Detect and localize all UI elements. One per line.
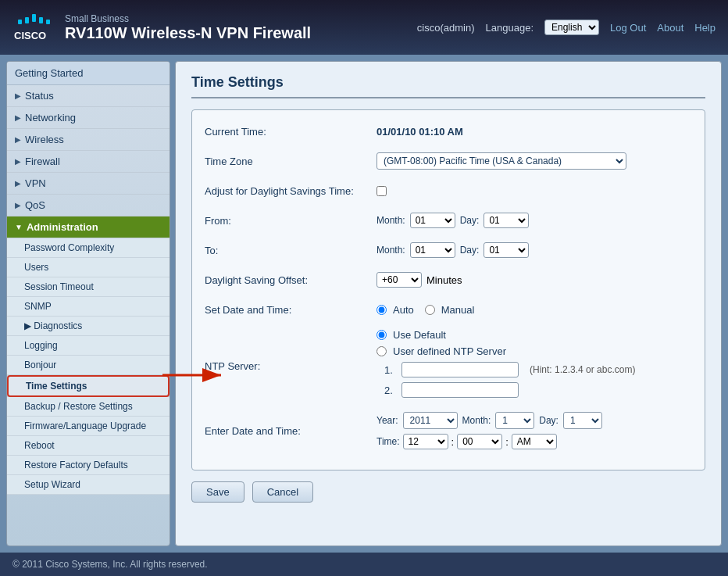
sidebar: Getting Started ▶ Status ▶ Networking ▶ …	[6, 61, 170, 546]
ntp-row: NTP Server: Use Default	[205, 329, 692, 402]
svg-rect-5	[46, 20, 50, 24]
dst-checkbox[interactable]	[376, 186, 387, 196]
dst-offset-select[interactable]: +60+30	[376, 272, 422, 288]
sidebar-subitem-setup-wizard[interactable]: Setup Wizard	[7, 475, 170, 495]
sidebar-label: Administration	[27, 221, 98, 233]
header-right: cisco(admin) Language: English Log Out A…	[417, 20, 716, 35]
page-title: Time Settings	[191, 74, 705, 98]
ntp-options: Use Default User defined NTP Server	[376, 329, 635, 402]
current-time-value: 01/01/10 01:10 AM	[376, 126, 463, 138]
manual-radio[interactable]	[425, 305, 435, 315]
from-day-label: Day:	[460, 215, 480, 226]
month-label: Month:	[462, 415, 491, 426]
arrow-icon: ▶	[15, 157, 21, 166]
to-row: To: Month: 01020304 Day: 010203	[205, 240, 692, 260]
about-link[interactable]: About	[657, 22, 683, 34]
content-area: Time Settings Current Time: 01/01/10 01:…	[175, 61, 722, 546]
sidebar-subitem-diagnostics[interactable]: ▶ Diagnostics	[7, 317, 170, 336]
dst-offset-unit: Minutes	[426, 274, 462, 286]
arrow-icon: ▶	[15, 201, 21, 209]
to-month-select[interactable]: 01020304	[410, 242, 455, 258]
dst-label: Adjust for Daylight Savings Time:	[205, 185, 376, 197]
sidebar-item-wireless[interactable]: ▶ Wireless	[7, 129, 170, 151]
sidebar-item-networking[interactable]: ▶ Networking	[7, 107, 170, 129]
arrow-icon: ▶	[15, 135, 21, 144]
use-default-option[interactable]: Use Default	[376, 329, 635, 341]
sidebar-item-vpn[interactable]: ▶ VPN	[7, 173, 170, 195]
sidebar-item-firewall[interactable]: ▶ Firewall	[7, 151, 170, 173]
to-label: To:	[205, 245, 376, 256]
auto-radio[interactable]	[376, 305, 387, 315]
sidebar-item-administration[interactable]: ▼ Administration	[7, 216, 170, 238]
dst-offset-label: Daylight Saving Offset:	[205, 274, 376, 286]
ntp-hint: (Hint: 1.2.3.4 or abc.com)	[530, 364, 635, 375]
to-day-label: Day:	[460, 245, 480, 256]
svg-rect-3	[39, 17, 43, 23]
year-label: Year:	[376, 415, 398, 426]
sidebar-label: Wireless	[25, 134, 64, 145]
time-hour-select[interactable]: 1212	[403, 434, 448, 449]
header: CISCO Small Business RV110W Wireless-N V…	[0, 0, 728, 55]
day-label: Day:	[539, 415, 558, 426]
sidebar-subitem-password-complexity[interactable]: Password Complexity	[7, 238, 170, 258]
arrow-icon: ▶	[15, 179, 21, 188]
year-select[interactable]: 20112012	[403, 412, 458, 429]
save-button[interactable]: Save	[191, 481, 244, 503]
ntp-2-input[interactable]	[401, 382, 519, 398]
day-select[interactable]: 123	[563, 412, 602, 429]
svg-rect-4	[18, 20, 22, 24]
ntp-1-row: 1. (Hint: 1.2.3.4 or abc.com)	[384, 362, 635, 377]
sidebar-subitem-backup-restore[interactable]: Backup / Restore Settings	[7, 397, 170, 417]
sidebar-subitem-logging[interactable]: Logging	[7, 336, 170, 356]
button-row: Save Cancel	[191, 481, 705, 503]
auto-label: Auto	[393, 304, 414, 316]
main-wrapper: Getting Started ▶ Status ▶ Networking ▶ …	[0, 55, 728, 553]
timezone-select[interactable]: (GMT-08:00) Pacific Time (USA & Canada)	[376, 152, 626, 170]
enter-datetime-label: Enter Date and Time:	[205, 425, 376, 437]
to-day-select[interactable]: 010203	[484, 242, 529, 258]
sidebar-item-qos[interactable]: ▶ QoS	[7, 195, 170, 216]
help-link[interactable]: Help	[694, 22, 716, 34]
from-day-select[interactable]: 01020304 05060708 0910	[484, 213, 529, 228]
sidebar-label: Status	[25, 90, 54, 102]
time-label: Time:	[376, 436, 400, 447]
sidebar-subitem-session-timeout[interactable]: Session Timeout	[7, 277, 170, 297]
arrow-icon: ▶	[15, 113, 21, 122]
timezone-row: Time Zone (GMT-08:00) Pacific Time (USA …	[205, 151, 692, 171]
sidebar-subitem-time-settings[interactable]: Time Settings	[7, 375, 170, 397]
use-default-radio[interactable]	[376, 330, 387, 340]
month-select[interactable]: 1234 5678 9101112	[495, 412, 534, 429]
logout-link[interactable]: Log Out	[610, 22, 646, 34]
sidebar-subitem-firmware-upgrade[interactable]: Firmware/Language Upgrade	[7, 417, 170, 436]
brand-small: Small Business	[65, 13, 311, 24]
ntp-1-input[interactable]	[401, 362, 519, 377]
arrow-icon: ▶	[15, 91, 21, 100]
user-defined-option[interactable]: User defined NTP Server	[376, 345, 635, 357]
sidebar-subitem-snmp[interactable]: SNMP	[7, 297, 170, 317]
user-defined-radio[interactable]	[376, 346, 387, 356]
time-min-select[interactable]: 0030	[457, 434, 502, 449]
use-default-label: Use Default	[393, 329, 446, 341]
manual-radio-option[interactable]: Manual	[425, 304, 475, 316]
from-month-select[interactable]: 01020304 05060708 09101112	[410, 213, 455, 228]
language-select[interactable]: English	[544, 20, 599, 35]
time-ampm-select[interactable]: AMPM	[512, 434, 557, 449]
from-month-label: Month:	[376, 215, 405, 226]
set-datetime-label: Set Date and Time:	[205, 304, 376, 316]
user-defined-label: User defined NTP Server	[393, 345, 506, 357]
sidebar-subitem-bonjour[interactable]: Bonjour	[7, 356, 170, 375]
enter-datetime-row: Enter Date and Time: Year: 20112012 Mont…	[205, 412, 692, 449]
to-month-label: Month:	[376, 245, 405, 256]
sidebar-item-getting-started[interactable]: Getting Started	[7, 62, 170, 85]
sidebar-subitem-users[interactable]: Users	[7, 258, 170, 277]
svg-text:CISCO: CISCO	[14, 30, 46, 41]
cisco-logo: CISCO	[12, 13, 55, 42]
logo-area: CISCO Small Business RV110W Wireless-N V…	[12, 13, 417, 42]
sidebar-subitem-reboot[interactable]: Reboot	[7, 436, 170, 456]
dst-offset-row: Daylight Saving Offset: +60+30 Minutes	[205, 270, 692, 290]
sidebar-subitem-restore-factory[interactable]: Restore Factory Defaults	[7, 456, 170, 475]
sidebar-item-status[interactable]: ▶ Status	[7, 85, 170, 107]
auto-radio-option[interactable]: Auto	[376, 304, 414, 316]
cancel-button[interactable]: Cancel	[252, 481, 313, 503]
svg-rect-1	[32, 14, 36, 22]
